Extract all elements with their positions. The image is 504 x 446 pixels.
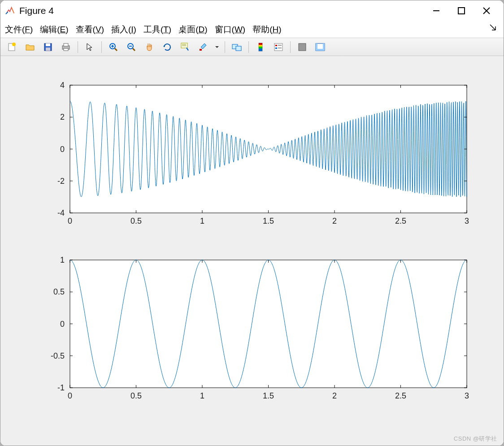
svg-text:-1: -1: [57, 383, 65, 392]
svg-text:3: 3: [465, 391, 469, 400]
svg-text:1: 1: [200, 217, 204, 225]
svg-rect-1: [458, 8, 465, 14]
svg-line-13: [115, 48, 117, 51]
toolbar: [0, 38, 504, 56]
zoom-out-icon[interactable]: [123, 40, 139, 54]
open-icon[interactable]: [22, 40, 38, 54]
zoom-in-icon[interactable]: [105, 40, 122, 54]
menu-help[interactable]: 帮助(H): [252, 24, 281, 35]
toolbar-separator: [78, 41, 78, 53]
print-icon[interactable]: [58, 40, 74, 54]
svg-rect-30: [274, 43, 282, 51]
close-button[interactable]: [474, 2, 499, 20]
svg-text:1: 1: [60, 255, 65, 264]
watermark: CSDN @研学社: [454, 435, 497, 443]
colorbar-icon[interactable]: [252, 40, 269, 54]
show-plot-tools-icon[interactable]: [312, 40, 328, 54]
svg-rect-11: [64, 48, 68, 51]
pointer-icon[interactable]: [82, 40, 98, 54]
legend-icon[interactable]: [270, 40, 287, 54]
svg-text:-2: -2: [57, 177, 65, 186]
menu-window[interactable]: 窗口(W): [215, 24, 246, 35]
svg-text:2: 2: [332, 391, 337, 400]
minimize-button[interactable]: [424, 2, 449, 20]
svg-rect-8: [46, 48, 50, 51]
axes-1[interactable]: 00.511.522.53-4-2024: [27, 78, 476, 231]
svg-text:-0.5: -0.5: [51, 351, 65, 360]
figure-window: Figure 4 文件(F) 编辑(E) 查看(V) 插入(I) 工具(T) 桌…: [0, 0, 504, 446]
menu-view[interactable]: 查看(V): [76, 24, 104, 35]
maximize-button[interactable]: [449, 2, 474, 20]
svg-text:1: 1: [200, 391, 204, 400]
svg-rect-29: [259, 48, 262, 51]
svg-text:0: 0: [60, 320, 65, 329]
rotate-icon[interactable]: [159, 40, 175, 54]
svg-rect-31: [275, 45, 277, 46]
toolbar-separator: [101, 41, 102, 53]
svg-point-5: [12, 43, 16, 46]
toolbar-separator: [225, 41, 225, 53]
svg-text:2: 2: [60, 113, 65, 121]
svg-text:-4: -4: [57, 208, 65, 217]
svg-text:0: 0: [68, 217, 72, 225]
undock-icon[interactable]: [489, 24, 497, 34]
brush-dropdown-icon[interactable]: [213, 40, 221, 54]
svg-text:2.5: 2.5: [395, 217, 406, 225]
menu-tools[interactable]: 工具(T): [143, 24, 171, 35]
svg-text:1.5: 1.5: [263, 217, 274, 225]
svg-rect-27: [259, 45, 262, 47]
svg-text:2: 2: [332, 217, 337, 225]
svg-line-17: [133, 48, 135, 51]
svg-rect-24: [236, 46, 241, 51]
menu-desktop[interactable]: 桌面(D): [178, 24, 207, 35]
window-title: Figure 4: [19, 5, 424, 16]
pan-icon[interactable]: [141, 40, 157, 54]
toolbar-separator: [290, 41, 291, 53]
svg-rect-32: [275, 48, 277, 49]
svg-rect-10: [64, 43, 68, 46]
hide-plot-tools-icon[interactable]: [294, 40, 310, 54]
svg-rect-35: [299, 43, 306, 51]
titlebar: Figure 4: [0, 0, 504, 21]
svg-text:0.5: 0.5: [130, 391, 142, 400]
svg-text:0: 0: [60, 145, 65, 154]
svg-rect-26: [259, 43, 262, 45]
menu-edit[interactable]: 编辑(E): [40, 24, 68, 35]
new-figure-icon[interactable]: [4, 40, 20, 54]
data-cursor-icon[interactable]: [177, 40, 193, 54]
svg-text:4: 4: [60, 81, 65, 90]
menu-insert[interactable]: 插入(I): [111, 24, 136, 35]
toolbar-separator: [248, 41, 249, 53]
axes-2[interactable]: 00.511.522.53-1-0.500.51: [27, 253, 476, 406]
svg-text:0.5: 0.5: [130, 217, 142, 225]
svg-text:2.5: 2.5: [395, 391, 406, 400]
link-icon[interactable]: [229, 40, 245, 54]
menubar: 文件(F) 编辑(E) 查看(V) 插入(I) 工具(T) 桌面(D) 窗口(W…: [0, 21, 504, 38]
svg-text:1.5: 1.5: [263, 391, 274, 400]
save-icon[interactable]: [40, 40, 56, 54]
svg-rect-28: [259, 47, 262, 48]
svg-rect-7: [46, 43, 50, 46]
svg-text:0.5: 0.5: [53, 287, 65, 296]
svg-rect-22: [200, 49, 202, 51]
svg-text:0: 0: [68, 391, 72, 400]
svg-rect-39: [316, 49, 325, 51]
brush-icon[interactable]: [195, 40, 211, 54]
svg-text:3: 3: [465, 217, 469, 225]
matlab-icon: [5, 6, 15, 16]
figure-canvas[interactable]: 00.511.522.53-4-2024 00.511.522.53-1-0.5…: [0, 56, 504, 446]
menu-file[interactable]: 文件(F): [5, 24, 33, 35]
svg-rect-77: [70, 260, 467, 388]
